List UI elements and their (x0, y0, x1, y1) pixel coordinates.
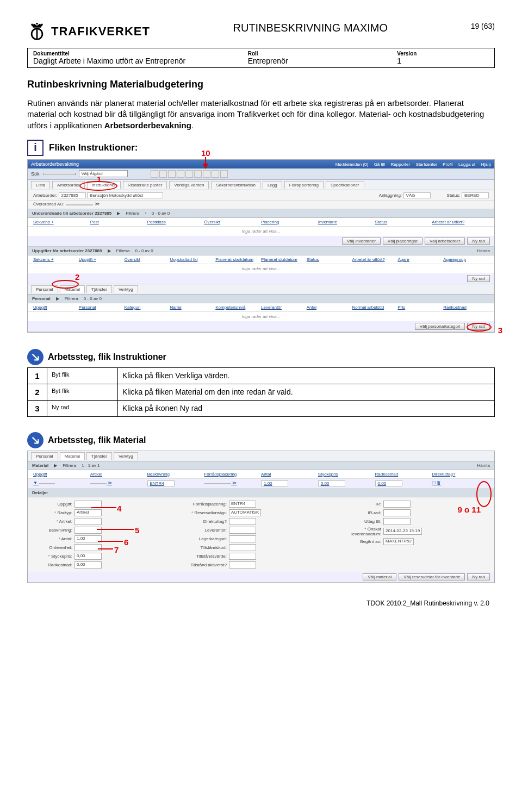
callout-5: 5 (135, 526, 139, 535)
btn-ny-rad[interactable]: Ny rad (467, 275, 490, 282)
btn-valj-arbetsorder[interactable]: Välj arbetsorder (425, 238, 465, 245)
subtab-personal[interactable]: Personal (31, 452, 58, 460)
detail-field[interactable] (229, 561, 256, 569)
toolbar-icon[interactable] (220, 170, 228, 178)
meta-label-doctitle: Dokumenttitel (33, 51, 237, 57)
detail-field[interactable]: AUTOMATISK (229, 509, 261, 516)
maximo-screenshot-2: Personal Material Tjänster Verktyg Mater… (27, 451, 495, 583)
detail-field[interactable]: MAXENTR52 (383, 538, 414, 545)
subtab-material[interactable]: Material (60, 452, 85, 460)
arrow-down-icon (203, 164, 208, 169)
btn-valj-placeringar[interactable]: Välj placeringar (383, 238, 422, 245)
brand-logo: TRAFIKVERKET (27, 22, 150, 41)
btn-ny-rad[interactable]: Ny rad (467, 573, 490, 580)
detail-field[interactable] (74, 544, 102, 551)
callout-oval-2 (52, 280, 79, 289)
page-number: 19 (63) (471, 22, 495, 30)
meta-label-role: Roll (248, 51, 387, 57)
callout-6: 6 (124, 538, 128, 547)
steps-table-1: 1Byt flikKlicka på fliken Verkliga värde… (27, 367, 495, 417)
search-input[interactable] (43, 173, 76, 175)
action-dropdown[interactable]: Välj Åtgärd (79, 170, 128, 177)
callout-7: 7 (114, 545, 119, 554)
meta-doctitle: Dagligt Arbete i Maximo utfört av Entrep… (33, 57, 237, 65)
detail-field[interactable] (383, 509, 411, 516)
detail-field[interactable]: 0,00 (74, 561, 102, 569)
tab-relaterade[interactable]: Relaterade poster (123, 181, 167, 189)
svg-point-1 (31, 24, 33, 26)
btn-valj-personalkategori[interactable]: Välj personalkategori (415, 323, 465, 330)
tab-felrapportering[interactable]: Felrapportering (284, 181, 324, 189)
meta-box: Dokumenttitel Dagligt Arbete i Maximo ut… (27, 48, 495, 68)
tab-specifikationer[interactable]: Specifikationer (326, 181, 364, 189)
arrow-circle-icon (27, 432, 44, 448)
btn-valj-inventarier[interactable]: Välj inventarier (342, 238, 381, 245)
steps-title-1: Arbetssteg, flik Instruktioner (48, 352, 166, 362)
callout-9o11: 9 o 11 (457, 505, 481, 514)
tab-logg[interactable]: Logg (263, 181, 282, 189)
arrow-circle-icon (27, 349, 44, 365)
steps-title-2: Arbetssteg, flik Material (48, 435, 146, 445)
info-title: Fliken Instruktioner: (49, 142, 138, 153)
tab-lista[interactable]: Lista (31, 181, 50, 189)
detail-field[interactable]: 2014-02-25 15:19 (383, 528, 422, 535)
detail-field[interactable] (74, 527, 102, 534)
detail-field[interactable] (383, 518, 411, 525)
table-row: 2Byt flikKlicka på fliken Material om de… (28, 384, 495, 400)
detail-field[interactable] (74, 518, 102, 525)
toolbar-icon[interactable] (168, 170, 176, 178)
tab-sakerhet[interactable]: Säkerhetsinstruktion (211, 181, 260, 189)
toolbar-icon[interactable] (194, 170, 202, 178)
detail-field[interactable] (229, 553, 256, 560)
subtab-verktyg[interactable]: Verktyg (114, 452, 138, 460)
callout-3: 3 (498, 326, 502, 335)
subtab-tjanster[interactable]: Tjänster (86, 285, 112, 293)
toolbar-icon[interactable] (177, 170, 184, 178)
svg-point-2 (36, 23, 38, 25)
crown-logo-icon (27, 22, 47, 41)
section-title: Rutinbeskrivning Materialbudgetering (27, 79, 495, 90)
brand-text: TRAFIKVERKET (51, 24, 150, 39)
detail-field[interactable] (229, 518, 256, 525)
detail-field[interactable]: Artikel (74, 509, 102, 516)
meta-label-version: Version (397, 51, 489, 57)
doc-title: RUTINBESKRIVNING MAXIMO (233, 22, 388, 34)
meta-version: 1 (397, 57, 489, 65)
callout-2: 2 (75, 272, 79, 282)
detail-field[interactable] (383, 501, 411, 508)
btn-valj-material[interactable]: Välj material (363, 573, 396, 580)
footer: TDOK 2010:2_Mall Rutinbeskrivning v. 2.0 (27, 599, 495, 607)
toolbar-icon[interactable] (212, 170, 219, 178)
btn-valj-reservdelar[interactable]: Välj reservdelar för inventarie (399, 573, 465, 580)
callout-oval-9 (476, 481, 492, 507)
btn-ny-rad[interactable]: Ny rad (467, 238, 490, 245)
table-row: 1Byt flikKlicka på fliken Verkliga värde… (28, 367, 495, 384)
toolbar-icon[interactable] (151, 170, 158, 178)
tab-verkliga[interactable]: Verkliga värden (169, 181, 209, 189)
table-row: 3Ny radKlicka på ikonen Ny rad (28, 400, 495, 416)
toolbar-icon[interactable] (159, 170, 167, 178)
section-body: Rutinen används när planerat material oc… (27, 98, 495, 131)
callout-oval-1 (79, 181, 117, 191)
detail-field[interactable]: 0,00 (74, 553, 102, 560)
toolbar-icon[interactable] (185, 170, 193, 178)
top-links: Meddelanden (0) Gå till Rapporter Startc… (331, 161, 491, 167)
info-icon: i (27, 140, 44, 156)
detail-field[interactable] (229, 544, 256, 551)
subtab-tjanster[interactable]: Tjänster (86, 452, 112, 460)
toolbar-icon[interactable] (203, 170, 210, 178)
detail-field[interactable]: ENTR4 (229, 501, 256, 508)
subtab-verktyg[interactable]: Verktyg (114, 285, 138, 293)
svg-point-3 (41, 24, 43, 26)
callout-oval-3 (467, 323, 492, 332)
app-title: Arbetsorderbevakning (31, 161, 79, 167)
detail-field[interactable] (229, 535, 256, 542)
callout-10: 10 (201, 148, 210, 158)
callout-4: 4 (117, 504, 121, 513)
meta-role: Entreprenör (248, 57, 387, 65)
detail-field[interactable] (229, 527, 256, 534)
